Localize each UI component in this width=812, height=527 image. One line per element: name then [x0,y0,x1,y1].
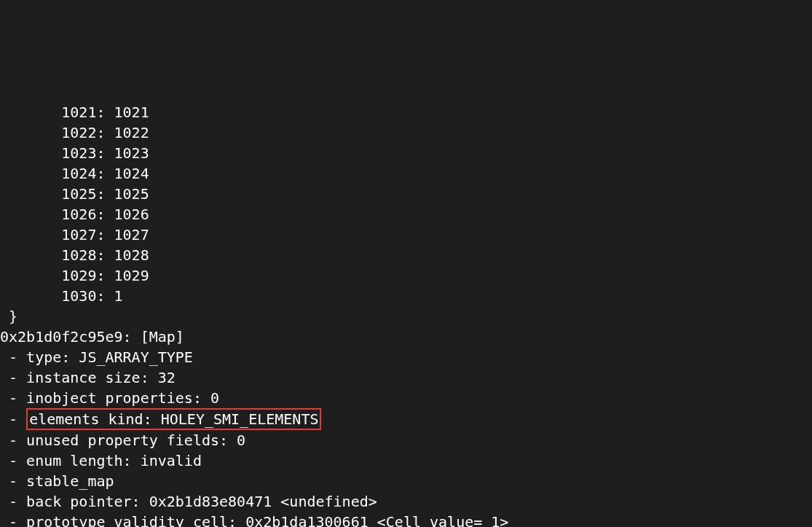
array-entry: 1023: 1023 [0,143,812,163]
map-detail-line: - enum length: invalid [0,450,812,471]
debug-output: 1021: 1021 1022: 1022 1023: 1023 1024: 1… [0,82,812,527]
array-entry: 1024: 1024 [0,163,812,184]
array-entry: 1030: 1 [0,286,812,306]
partial-line: 1021: 1021 [0,102,812,122]
map-detail-line: - back pointer: 0x2b1d83e80471 <undefine… [0,491,812,512]
map-detail-line: - elements kind: HOLEY_SMI_ELEMENTS [0,408,812,430]
map-detail-line: - prototype_validity cell: 0x2b1da130066… [0,512,812,527]
closing-brace: } [0,306,812,327]
map-detail-line: - unused property fields: 0 [0,430,812,450]
highlighted-elements-kind: elements kind: HOLEY_SMI_ELEMENTS [26,408,321,430]
array-entry: 1026: 1026 [0,204,812,225]
array-entry: 1022: 1022 [0,122,812,143]
map-detail-line: - stable_map [0,471,812,491]
array-entry: 1029: 1029 [0,265,812,286]
map-header: 0x2b1d0f2c95e9: [Map] [0,327,812,347]
map-detail-line: - type: JS_ARRAY_TYPE [0,347,812,367]
map-detail-line: - instance size: 32 [0,367,812,388]
map-detail-line: - inobject properties: 0 [0,388,812,408]
array-entry: 1027: 1027 [0,225,812,245]
array-entry: 1025: 1025 [0,184,812,204]
array-entry: 1028: 1028 [0,245,812,265]
